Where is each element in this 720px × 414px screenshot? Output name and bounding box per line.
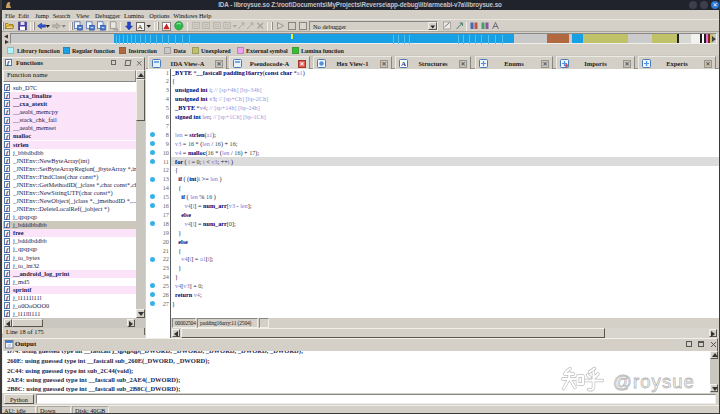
svg-text:@roysue: @roysue: [613, 371, 695, 392]
